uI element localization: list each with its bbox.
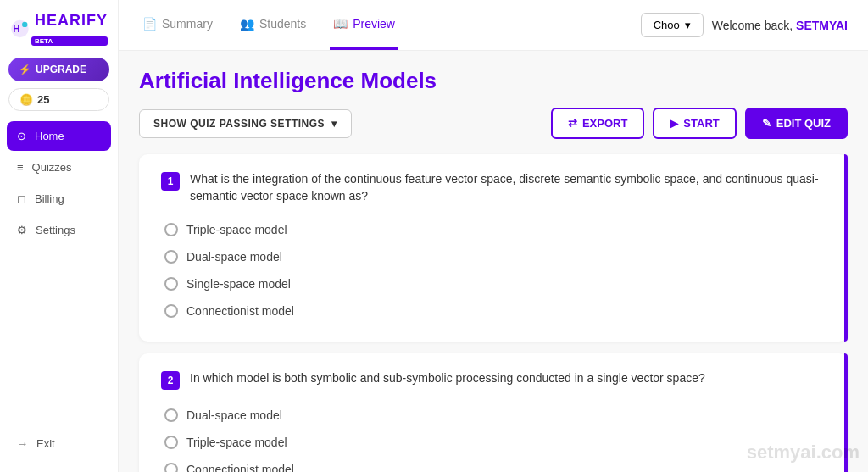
answer-option-q2a[interactable]: Dual-space model xyxy=(161,402,829,429)
upgrade-button[interactable]: ⚡ UPGRADE xyxy=(8,58,109,81)
students-icon: 👥 xyxy=(240,17,254,31)
question-card-1: 1 What is the integration of the continu… xyxy=(139,154,848,342)
answer-option-q1a[interactable]: Triple-space model xyxy=(161,216,829,243)
billing-icon: ◻ xyxy=(17,192,26,205)
answer-option-q2c[interactable]: Connectionist model xyxy=(161,456,829,472)
header-tabs: 📄 Summary 👥 Students 📖 Preview xyxy=(139,0,398,50)
quizzes-icon: ≡ xyxy=(17,161,24,174)
answer-label-q2c: Connectionist model xyxy=(186,463,294,472)
answer-label-q1c: Single-space model xyxy=(186,277,291,291)
exit-label: Exit xyxy=(36,437,55,450)
export-label: EXPORT xyxy=(582,117,627,130)
sidebar-item-quizzes[interactable]: ≡ Quizzes xyxy=(7,153,111,182)
tab-summary[interactable]: 📄 Summary xyxy=(139,0,216,50)
sidebar-nav: ⊙ Home ≡ Quizzes ◻ Billing ⚙ Settings xyxy=(0,121,118,429)
chevron-down-icon: ▾ xyxy=(331,118,337,130)
answer-option-q2b[interactable]: Triple-space model xyxy=(161,429,829,456)
question-text-1: What is the integration of the continuou… xyxy=(190,171,829,204)
tab-preview[interactable]: 📖 Preview xyxy=(330,0,398,50)
logo-text: HEARIFY xyxy=(35,12,108,29)
radio-q1a[interactable] xyxy=(164,223,178,236)
question-header-1: 1 What is the integration of the continu… xyxy=(161,171,829,204)
choose-text: Choo xyxy=(654,19,680,31)
chevron-down-icon: ▾ xyxy=(685,19,691,31)
settings-label: Settings xyxy=(36,224,75,236)
answer-option-q1d[interactable]: Connectionist model xyxy=(161,297,829,325)
sidebar-item-exit[interactable]: → Exit xyxy=(7,429,111,458)
tab-students-label: Students xyxy=(259,17,306,31)
answer-label-q2a: Dual-space model xyxy=(186,408,282,422)
billing-label: Billing xyxy=(35,192,64,205)
tab-students[interactable]: 👥 Students xyxy=(236,0,309,50)
start-button[interactable]: ▶ START xyxy=(653,108,736,139)
answer-option-q1c[interactable]: Single-space model xyxy=(161,270,829,297)
content-area: Artificial Intelligence Models SHOW QUIZ… xyxy=(119,51,868,472)
radio-q2a[interactable] xyxy=(164,408,178,422)
question-text-2: In which model is both symbolic and sub-… xyxy=(190,370,705,387)
edit-label: EDIT QUIZ xyxy=(776,117,831,130)
sidebar: H HEARIFY BETA ⚡ UPGRADE 🪙 25 ⊙ Home ≡ Q… xyxy=(0,0,119,472)
export-icon: ⇄ xyxy=(568,117,577,130)
radio-q1d[interactable] xyxy=(164,304,178,318)
exit-icon: → xyxy=(17,437,28,450)
export-button[interactable]: ⇄ EXPORT xyxy=(551,108,644,139)
radio-q1b[interactable] xyxy=(164,250,178,264)
summary-icon: 📄 xyxy=(142,17,157,31)
radio-q1c[interactable] xyxy=(164,277,178,291)
edit-quiz-button[interactable]: ✎ EDIT QUIZ xyxy=(745,108,848,139)
home-icon: ⊙ xyxy=(17,130,26,142)
toolbar-actions: ⇄ EXPORT ▶ START ✎ EDIT QUIZ xyxy=(551,108,848,139)
choose-button[interactable]: Choo ▾ xyxy=(641,13,704,37)
coins-count: 25 xyxy=(37,93,49,106)
start-label: START xyxy=(683,117,719,130)
logo-area: H HEARIFY BETA xyxy=(0,0,118,54)
answer-label-q1a: Triple-space model xyxy=(186,223,287,236)
radio-q2b[interactable] xyxy=(164,436,178,449)
settings-icon: ⚙ xyxy=(17,224,27,236)
question-number-1: 1 xyxy=(161,172,180,191)
toolbar: SHOW QUIZ PASSING SETTINGS ▾ ⇄ EXPORT ▶ … xyxy=(139,108,848,139)
answer-label-q1b: Dual-space model xyxy=(186,250,282,264)
answer-label-q2b: Triple-space model xyxy=(186,436,287,449)
quizzes-label: Quizzes xyxy=(32,161,72,174)
question-card-2: 2 In which model is both symbolic and su… xyxy=(139,353,848,472)
username-text: SETMYAI xyxy=(796,19,848,32)
welcome-text: Welcome back, SETMYAI xyxy=(712,19,848,32)
question-number-2: 2 xyxy=(161,371,180,390)
tab-summary-label: Summary xyxy=(162,17,213,31)
home-label: Home xyxy=(35,130,64,142)
quiz-settings-label: SHOW QUIZ PASSING SETTINGS xyxy=(153,118,325,130)
sidebar-item-settings[interactable]: ⚙ Settings xyxy=(7,215,111,245)
tab-preview-label: Preview xyxy=(353,17,395,31)
hearify-logo-icon: H xyxy=(10,15,30,42)
sidebar-bottom: → Exit xyxy=(0,429,118,472)
play-icon: ▶ xyxy=(670,117,678,130)
pencil-icon: ✎ xyxy=(762,117,771,130)
page-title: Artificial Intelligence Models xyxy=(139,68,848,94)
preview-icon: 📖 xyxy=(333,17,348,31)
main-area: 📄 Summary 👥 Students 📖 Preview Choo ▾ We… xyxy=(119,0,868,472)
coin-icon: 🪙 xyxy=(19,93,33,106)
lightning-icon: ⚡ xyxy=(19,64,31,75)
beta-badge: BETA xyxy=(31,36,108,46)
header: 📄 Summary 👥 Students 📖 Preview Choo ▾ We… xyxy=(119,0,868,51)
coins-display[interactable]: 🪙 25 xyxy=(8,88,109,111)
radio-q2c[interactable] xyxy=(164,463,178,472)
answer-option-q1b[interactable]: Dual-space model xyxy=(161,243,829,270)
svg-text:H: H xyxy=(13,24,19,34)
question-header-2: 2 In which model is both symbolic and su… xyxy=(161,370,829,390)
header-right: Choo ▾ Welcome back, SETMYAI xyxy=(641,13,848,37)
svg-point-2 xyxy=(22,22,27,27)
answer-label-q1d: Connectionist model xyxy=(186,304,294,318)
sidebar-item-home[interactable]: ⊙ Home xyxy=(7,121,111,151)
upgrade-label: UPGRADE xyxy=(36,64,86,75)
sidebar-item-billing[interactable]: ◻ Billing xyxy=(7,184,111,214)
quiz-settings-button[interactable]: SHOW QUIZ PASSING SETTINGS ▾ xyxy=(139,109,352,138)
